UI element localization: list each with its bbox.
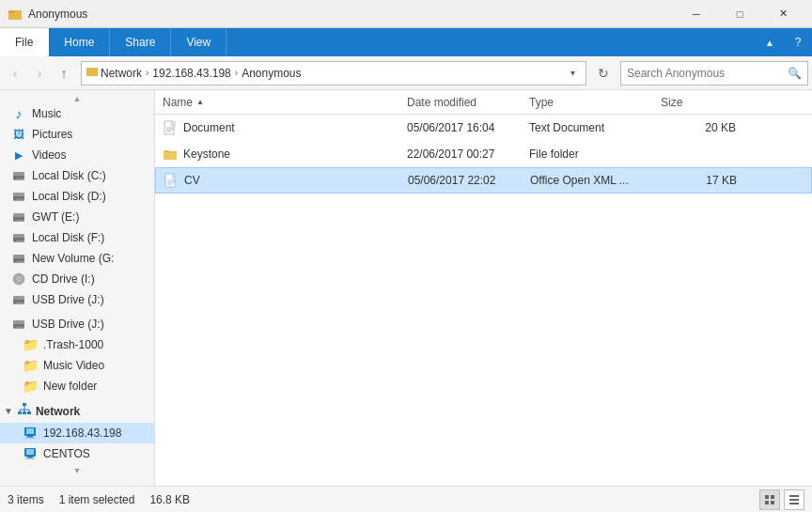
close-button[interactable]: ✕ [761, 0, 804, 28]
column-headers: Name ▲ Date modified Type Size [155, 90, 812, 115]
svg-rect-53 [164, 152, 177, 160]
col-header-name[interactable]: Name ▲ [163, 96, 407, 109]
back-button[interactable]: ‹ [4, 62, 26, 85]
usb-drive-j-icon [11, 317, 26, 332]
file-name-document-text: Document [183, 121, 235, 134]
sidebar-item-ip-address[interactable]: 192.168.43.198 [0, 423, 154, 443]
svg-rect-61 [771, 495, 774, 499]
status-item-size: 16.8 KB [149, 493, 190, 506]
file-row-document[interactable]: Document 05/06/2017 16:04 Text Document … [155, 115, 812, 141]
svg-rect-44 [25, 458, 35, 459]
view-details-button[interactable] [784, 489, 804, 510]
ip-address-icon [23, 426, 38, 441]
sidebar-label-usb-j-top: USB Drive (J:) [32, 293, 104, 306]
restore-button[interactable]: □ [718, 0, 761, 28]
breadcrumb-ip[interactable]: 192.168.43.198 [152, 67, 230, 80]
help-button[interactable]: ? [784, 28, 812, 56]
col-size-label: Size [661, 96, 682, 109]
svg-rect-9 [13, 196, 24, 199]
main-area: ▲ ♪ Music 🖼 Pictures ▶ Videos Local Disk… [0, 90, 812, 486]
svg-rect-1 [8, 12, 22, 20]
file-size-cv: 17 KB [662, 174, 737, 187]
sidebar-item-new-folder[interactable]: 📁 New folder [0, 376, 154, 396]
sidebar-item-local-d[interactable]: Local Disk (D:) [0, 186, 154, 207]
sidebar-label-local-d: Local Disk (D:) [32, 190, 106, 203]
sidebar-label-videos: Videos [32, 148, 66, 162]
sidebar-item-pictures[interactable]: 🖼 Pictures [0, 124, 154, 145]
svg-rect-28 [23, 403, 26, 406]
status-item-selected: 1 item selected [59, 493, 135, 506]
ribbon-tab-home[interactable]: Home [49, 28, 110, 56]
sidebar-label-music: Music [32, 107, 61, 120]
sidebar-label-trash: .Trash-1000 [43, 338, 103, 351]
up-button[interactable]: ↑ [53, 62, 75, 85]
local-disk-c-icon [11, 168, 26, 183]
svg-rect-12 [13, 217, 24, 220]
sidebar-label-new-folder: New folder [43, 380, 97, 393]
col-header-size[interactable]: Size [661, 96, 736, 109]
ribbon-tab-share[interactable]: Share [110, 28, 171, 56]
sidebar-label-gwt-e: GWT (E:) [32, 210, 79, 224]
col-header-date[interactable]: Date modified [407, 96, 529, 109]
gwt-e-icon [11, 209, 26, 225]
file-date-document: 05/06/2017 16:04 [407, 121, 529, 134]
usb-drive-j-top-icon [11, 292, 26, 307]
sidebar-item-usb-drive-j[interactable]: USB Drive (J:) [0, 314, 154, 334]
breadcrumb-anonymous[interactable]: Anonymous [242, 67, 301, 80]
refresh-button[interactable]: ↻ [592, 62, 615, 85]
pictures-icon: 🖼 [11, 127, 26, 142]
file-row-cv[interactable]: CV 05/06/2017 22:02 Office Open XML ... … [155, 167, 812, 194]
sidebar-item-music[interactable]: ♪ Music [0, 103, 154, 124]
file-row-keystone[interactable]: Keystone 22/06/2017 00:27 File folder [155, 141, 812, 167]
sidebar-network-header[interactable]: ▼ Network [0, 396, 154, 423]
sidebar-item-music-video[interactable]: 📁 Music Video [0, 355, 154, 376]
title-bar-icons [8, 7, 23, 22]
breadcrumb-arrow-2: › [235, 68, 238, 78]
breadcrumb-folder-icon [86, 65, 99, 81]
sidebar-label-cd-drive-i: CD Drive (I:) [32, 272, 95, 286]
svg-rect-56 [172, 174, 177, 178]
breadcrumb-network[interactable]: Network [101, 67, 142, 80]
svg-rect-31 [27, 411, 31, 414]
address-bar[interactable]: Network › 192.168.43.198 › Anonymous ▾ [81, 61, 586, 85]
svg-rect-15 [13, 238, 24, 240]
title-bar-folder-icon [8, 7, 23, 22]
ribbon-expand-button[interactable]: ▲ [756, 28, 784, 56]
address-dropdown-button[interactable]: ▾ [563, 68, 582, 78]
sidebar-scroll-down[interactable]: ▼ [0, 464, 154, 477]
ribbon-tab-file[interactable]: File [0, 28, 49, 56]
view-list-button[interactable] [759, 489, 780, 510]
forward-button[interactable]: › [28, 62, 51, 85]
col-header-type[interactable]: Type [529, 96, 661, 109]
col-date-label: Date modified [407, 96, 476, 109]
status-item-count: 3 items [8, 493, 44, 506]
file-name-document: Document [163, 120, 407, 135]
status-view-controls [759, 489, 804, 510]
svg-rect-18 [13, 258, 24, 261]
sidebar-item-usb-drive-j-top[interactable]: USB Drive (J:) [0, 289, 154, 310]
svg-rect-62 [765, 501, 769, 504]
search-input[interactable] [627, 67, 788, 80]
svg-rect-38 [26, 428, 34, 434]
search-icon[interactable]: 🔍 [788, 67, 802, 80]
sidebar-item-gwt-e[interactable]: GWT (E:) [0, 207, 154, 227]
sidebar-item-centos[interactable]: CENTOS [0, 443, 154, 464]
sidebar-item-cd-drive-i[interactable]: CD Drive (I:) [0, 269, 154, 289]
svg-rect-63 [771, 501, 774, 504]
file-area: Name ▲ Date modified Type Size [155, 90, 812, 486]
sidebar-item-local-f[interactable]: Local Disk (F:) [0, 227, 154, 248]
sidebar-label-centos: CENTOS [43, 447, 90, 460]
network-icon [17, 402, 32, 420]
sidebar-item-new-volume-g[interactable]: New Volume (G: [0, 248, 154, 269]
sidebar-item-videos[interactable]: ▶ Videos [0, 145, 154, 165]
minimize-button[interactable]: ─ [675, 0, 718, 28]
sidebar-scroll-up[interactable]: ▲ [0, 94, 154, 103]
svg-rect-43 [27, 457, 33, 458]
ribbon-tab-view[interactable]: View [171, 28, 226, 56]
sidebar-item-local-c[interactable]: Local Disk (C:) [0, 165, 154, 186]
new-folder-icon: 📁 [23, 379, 38, 394]
svg-rect-64 [789, 495, 799, 497]
sidebar-item-trash[interactable]: 📁 .Trash-1000 [0, 334, 154, 355]
keystone-folder-icon [163, 147, 178, 162]
window-controls: ─ □ ✕ [675, 0, 804, 28]
